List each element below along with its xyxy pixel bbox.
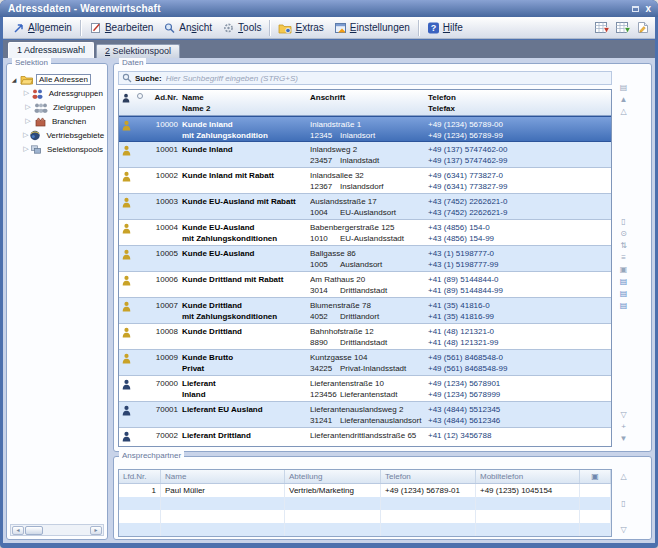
expander-collapsed-icon[interactable]: ▷ (23, 89, 30, 97)
scroll-right-button[interactable] (90, 526, 102, 535)
settings-window-icon (334, 22, 347, 34)
tree-item-adressgruppen[interactable]: ▷Adressgruppen (9, 86, 105, 100)
scroll-to-bottom-icon[interactable]: ▼ (620, 435, 628, 443)
tree-item-selektionspools[interactable]: ▷Selektionspools (9, 142, 105, 156)
address-row[interactable]: 10007Kunde Drittlandmit Zahlungskonditio… (119, 298, 611, 324)
scroll-down-icon[interactable]: ▽ (620, 411, 626, 419)
address-telefon: +41 (89) 5144844-0+41 (89) 5144844-99 (428, 274, 611, 297)
menu-tools[interactable]: Tools (217, 19, 266, 37)
address-telefon: +43 (7452) 2262621-0+43 (7452) 2262621-9 (428, 196, 611, 219)
address-row[interactable]: 10002Kunde Inland mit RabattInlandsallee… (119, 168, 611, 194)
column-header-anschrift[interactable]: Anschrift (310, 92, 428, 115)
contact-row-empty[interactable] (119, 497, 611, 510)
menu-extras[interactable]: Extras (273, 19, 328, 37)
contact-row[interactable]: 1Paul MüllerVertrieb/Marketing+49 (1234)… (119, 484, 611, 497)
expander-expanded-icon[interactable]: ◢ (9, 76, 19, 83)
tab-2-selektionspool[interactable]: 2 Selektionspool (96, 44, 180, 58)
menu-einstellungen[interactable]: Einstellungen (329, 19, 415, 37)
tree-item-label: Selektionspools (45, 145, 105, 154)
view-compact-icon[interactable]: ▤ (620, 290, 628, 298)
tree-item-alle-adressen[interactable]: ◢Alle Adressen (9, 72, 105, 86)
contact-row-empty[interactable] (119, 510, 611, 523)
empty-cell (161, 497, 285, 510)
status-cell (133, 326, 146, 349)
table-side-toolbar: ▤▲△▯⊙⇅≡▣▤▤▤▽+▼ (616, 84, 631, 443)
column-header-adnr[interactable]: Ad.Nr. (146, 92, 182, 115)
address-row[interactable]: 10001Kunde InlandInlandsweg 223457Inland… (119, 142, 611, 168)
address-name: Lieferant EU Ausland (182, 404, 310, 427)
address-anschrift: Kuntzgasse 10434225Privat-Inlandsstadt (310, 352, 428, 375)
search-bar[interactable]: Suche: (118, 71, 612, 85)
address-row[interactable]: 10009Kunde BruttoPrivatKuntzgasse 104342… (119, 350, 611, 376)
address-row[interactable]: 10000Kunde Inlandmit ZahlungskonditionIn… (119, 116, 611, 142)
table-import-icon[interactable] (615, 21, 631, 34)
address-table-body: 10000Kunde Inlandmit ZahlungskonditionIn… (119, 116, 611, 447)
scroll-down-icon[interactable]: ▽ (620, 526, 626, 534)
view-list-icon[interactable]: ▤ (620, 302, 628, 310)
contacts-column-header-lfd-nr-[interactable]: Lfd.Nr. (119, 470, 161, 483)
menu-ansicht[interactable]: Ansicht (158, 19, 217, 37)
contacts-column-header-name[interactable]: Name (161, 470, 285, 483)
status-column-header[interactable] (133, 92, 146, 115)
address-row[interactable]: 10008Kunde DrittlandBahnhofstraße 128890… (119, 324, 611, 350)
tree-item-vertriebsgebiete[interactable]: ▷Vertriebsgebiete (9, 128, 105, 142)
tab-1-adressauswahl[interactable]: 1 Adressauswahl (8, 42, 94, 58)
menu-separator (80, 20, 81, 36)
tree-item-zielgruppen[interactable]: ▷Zielgruppen (9, 100, 105, 114)
new-document-icon[interactable] (636, 21, 649, 34)
menu-label: Tools (238, 22, 261, 33)
address-name: LieferantInland (182, 378, 310, 401)
address-row[interactable]: 70002Lieferant DrittlandLieferantendritt… (119, 428, 611, 447)
menu-hilfe[interactable]: ?Hilfe (422, 19, 468, 37)
person-column-header[interactable] (119, 92, 133, 115)
contacts-column-header-mobiltelefon[interactable]: Mobiltelefon (476, 470, 580, 483)
search-rows-icon[interactable]: ⊙ (620, 230, 627, 238)
window-title: Adressdaten - Warenwirtschaft (0, 3, 161, 14)
scroll-up-icon[interactable]: △ (620, 473, 626, 481)
address-row[interactable]: 70001Lieferant EU AuslandLieferantenausl… (119, 402, 611, 428)
address-telefon: +43 (1) 5198777-0+43 (1) 5198777-99 (428, 248, 611, 271)
restore-icon (632, 6, 639, 12)
contacts-column-header-telefon[interactable]: Telefon (381, 470, 476, 483)
scroll-left-button[interactable] (12, 526, 24, 535)
close-window-button[interactable] (645, 4, 651, 14)
insert-row-icon[interactable]: + (621, 423, 626, 431)
copy-rows-icon[interactable]: ▣ (620, 266, 628, 274)
copy-icon[interactable]: ▣ (591, 472, 599, 481)
address-row[interactable]: 10005Kunde EU-AuslandBallgasse 861005Aus… (119, 246, 611, 272)
filter-rows-icon[interactable]: ≡ (621, 254, 626, 262)
scroll-up-icon[interactable]: △ (620, 108, 626, 116)
expander-collapsed-icon[interactable]: ▷ (23, 117, 33, 125)
address-number: 70002 (146, 430, 182, 447)
address-row[interactable]: 70000LieferantInlandLieferantenstraße 10… (119, 376, 611, 402)
expander-collapsed-icon[interactable]: ▷ (23, 145, 29, 153)
pin-icon[interactable]: ▯ (621, 218, 625, 226)
menu-bearbeiten[interactable]: Bearbeiten (84, 19, 158, 37)
address-number: 10003 (146, 196, 182, 219)
titlebar[interactable]: Adressdaten - Warenwirtschaft (0, 0, 658, 17)
contact-row-empty[interactable] (119, 523, 611, 536)
restore-window-button[interactable] (632, 6, 639, 12)
pin-icon[interactable]: ▯ (621, 500, 625, 508)
menu-allgemein[interactable]: Allgemein (7, 19, 77, 37)
expander-collapsed-icon[interactable]: ▷ (23, 131, 28, 139)
table-export-icon[interactable] (594, 21, 610, 34)
sort-rows-icon[interactable]: ⇅ (620, 242, 627, 250)
search-input[interactable] (166, 73, 608, 84)
contacts-column-header-abteilung[interactable]: Abteilung (285, 470, 381, 483)
address-row[interactable]: 10006Kunde Drittland mit RabattAm Rathau… (119, 272, 611, 298)
view-normal-icon[interactable]: ▤ (620, 278, 628, 286)
arrow-ne-icon (12, 22, 25, 34)
address-row[interactable]: 10003Kunde EU-Ausland mit RabattAuslands… (119, 194, 611, 220)
column-header-telefon[interactable]: TelefonTelefax (428, 92, 611, 115)
scrollbar-thumb[interactable] (25, 526, 43, 535)
scroll-to-top-icon[interactable]: ▲ (620, 96, 628, 104)
contacts-side-toolbar: △▯▽ (616, 473, 631, 534)
tree-item-branchen[interactable]: ▷Branchen (9, 114, 105, 128)
address-telefon: +49 (1234) 5678901+49 (1234) 5678999 (428, 378, 611, 401)
address-row[interactable]: 10004Kunde EU-Auslandmit Zahlungskonditi… (119, 220, 611, 246)
column-header-name[interactable]: NameName 2 (182, 92, 310, 115)
expander-collapsed-icon[interactable]: ▷ (23, 103, 33, 111)
column-chooser-icon[interactable]: ▤ (620, 84, 628, 92)
empty-cell (476, 497, 580, 510)
